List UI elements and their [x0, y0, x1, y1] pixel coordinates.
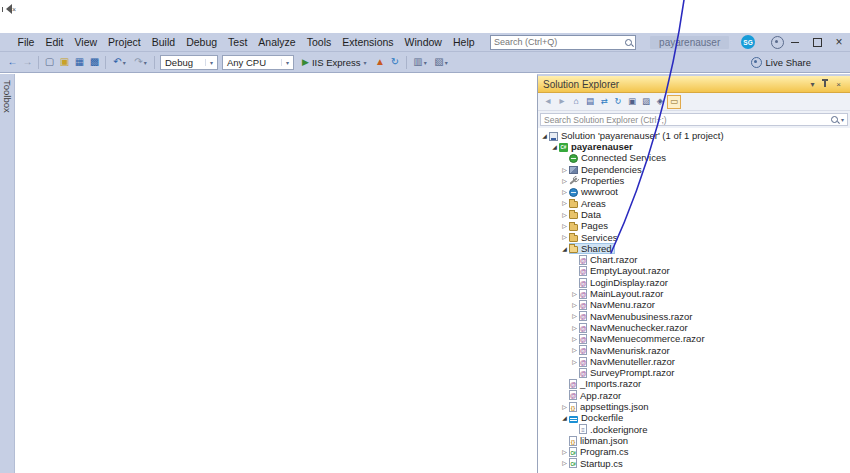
expand-arrow[interactable]	[560, 200, 569, 206]
expand-arrow[interactable]	[560, 178, 569, 184]
toolbar-icon[interactable]: ◄	[541, 95, 555, 109]
expand-arrow[interactable]	[560, 449, 569, 455]
close-icon[interactable]: ×	[832, 80, 845, 89]
toolbar-icon[interactable]: ▦	[72, 54, 87, 70]
tree-row[interactable]: NavMenuecommerce.razor	[538, 333, 850, 344]
toolbar-icon[interactable]: ↷	[130, 54, 151, 70]
minimize-button[interactable]	[784, 33, 806, 52]
expand-arrow[interactable]	[560, 223, 569, 229]
toolbar-icon[interactable]: ▢	[42, 54, 57, 70]
toolbar-icon[interactable]: ▥	[410, 54, 431, 70]
toolbar-icon[interactable]: ▤	[583, 95, 597, 109]
toolbar-icon[interactable]: ←	[5, 54, 20, 70]
menu-item[interactable]: Help	[447, 33, 480, 52]
toolbar-icon[interactable]	[38, 56, 39, 69]
live-share-button[interactable]: Live Share	[751, 57, 811, 68]
close-button[interactable]: ×	[828, 33, 850, 52]
tree-row[interactable]: EmptyLayout.razor	[538, 266, 850, 277]
menu-item[interactable]: File	[12, 33, 40, 52]
expand-arrow[interactable]	[570, 336, 579, 342]
menu-item[interactable]: Analyze	[253, 33, 301, 52]
menu-item[interactable]: Test	[223, 33, 253, 52]
toolbar-icon[interactable]: ▣	[57, 54, 72, 70]
tree-row[interactable]: Properties	[538, 175, 850, 186]
toolbar-icon[interactable]: ▩	[87, 54, 102, 70]
expand-arrow[interactable]	[570, 313, 579, 319]
menu-item[interactable]: Project	[103, 33, 147, 52]
menu-item[interactable]: Debug	[181, 33, 223, 52]
toolbar-icon[interactable]: ▨	[639, 95, 653, 109]
tree-row[interactable]: Startup.cs	[538, 458, 850, 469]
expand-arrow[interactable]	[560, 415, 569, 421]
maximize-button[interactable]	[806, 33, 828, 52]
tree-row[interactable]: MainLayout.razor	[538, 288, 850, 299]
expand-arrow[interactable]	[570, 291, 579, 297]
expand-arrow[interactable]	[560, 167, 569, 173]
window-position-icon[interactable]: ▾	[806, 80, 819, 89]
toolbar-icon[interactable]: ↻	[611, 95, 625, 109]
tree-row[interactable]: Chart.razor	[538, 254, 850, 265]
menu-item[interactable]: Edit	[40, 33, 69, 52]
toolbar-icon[interactable]: →	[20, 54, 35, 70]
menu-item[interactable]: Extensions	[337, 33, 399, 52]
tree-row[interactable]: _Imports.razor	[538, 379, 850, 390]
toolbar-icon[interactable]	[105, 56, 106, 69]
toolbar-icon[interactable]: ⌂	[569, 95, 583, 109]
expand-arrow[interactable]	[560, 460, 569, 466]
expand-arrow[interactable]	[550, 144, 559, 150]
tree-row[interactable]: LoginDisplay.razor	[538, 277, 850, 288]
toolbar-icon[interactable]: ◈	[653, 95, 667, 109]
tree-row[interactable]: NavMenurisk.razor	[538, 345, 850, 356]
solution-explorer-titlebar[interactable]: Solution Explorer ▾ ×	[538, 76, 850, 93]
tree-row[interactable]: appsettings.json	[538, 401, 850, 412]
toolbar-icon[interactable]: ▭	[667, 95, 681, 109]
tree-row[interactable]: Dependencies	[538, 164, 850, 175]
toolbar-icon[interactable]: ►	[555, 95, 569, 109]
tree-row[interactable]: Program.cs	[538, 446, 850, 457]
tree-row[interactable]: NavMenuteller.razor	[538, 356, 850, 367]
toolbar-icon[interactable]: ⇄	[597, 95, 611, 109]
menu-item[interactable]: View	[69, 33, 103, 52]
expand-arrow[interactable]	[540, 133, 549, 139]
expand-arrow[interactable]	[560, 212, 569, 218]
tree-row[interactable]: NavMenuchecker.razor	[538, 322, 850, 333]
account-avatar[interactable]: SG	[741, 35, 755, 49]
toolbar-icon[interactable]: ▲	[373, 54, 388, 70]
tree-row[interactable]: Areas	[538, 198, 850, 209]
toolbox-tab[interactable]: Toolbox	[0, 74, 15, 473]
expand-arrow[interactable]	[560, 234, 569, 240]
tree-row[interactable]: Shared	[538, 243, 850, 254]
toolbar-icon[interactable]: ↶	[109, 54, 130, 70]
menu-item[interactable]: Tools	[301, 33, 337, 52]
tree-row[interactable]: Services	[538, 232, 850, 243]
toolbar-icon[interactable]: ↻	[388, 54, 403, 70]
tree-row[interactable]: Data	[538, 209, 850, 220]
tree-row[interactable]: App.razor	[538, 390, 850, 401]
tree-row[interactable]: Pages	[538, 220, 850, 231]
tree-row[interactable]: Solution 'payarenauser' (1 of 1 project)	[538, 130, 850, 141]
expand-arrow[interactable]	[570, 325, 579, 331]
expand-arrow[interactable]	[570, 359, 579, 365]
tree-row[interactable]: SurveyPrompt.razor	[538, 367, 850, 378]
toolbar-icon[interactable]: ▧	[431, 54, 452, 70]
menu-item[interactable]: Window	[399, 33, 447, 52]
tree-row[interactable]: .dockerignore	[538, 424, 850, 435]
start-debugging-button[interactable]: ▶ IIS Express ▾	[298, 54, 371, 71]
expand-arrow[interactable]	[570, 302, 579, 308]
menu-item[interactable]: Build	[146, 33, 180, 52]
tree-row[interactable]: NavMenubusiness.razor	[538, 311, 850, 322]
pin-icon[interactable]	[824, 81, 826, 87]
solution-search-input[interactable]: Search Solution Explorer (Ctrl+;) ▾	[540, 113, 848, 126]
toolbar-icon[interactable]: ▣	[625, 95, 639, 109]
expand-arrow[interactable]	[560, 404, 569, 410]
tree-row[interactable]: libman.json	[538, 435, 850, 446]
tree-row[interactable]: Connected Services	[538, 153, 850, 164]
tree-row[interactable]: wwwroot	[538, 186, 850, 197]
solution-configuration-dropdown[interactable]: Debug ▾	[160, 55, 218, 70]
feedback-icon[interactable]	[771, 36, 784, 49]
toolbar-icon[interactable]	[154, 56, 155, 69]
toolbar-icon[interactable]	[406, 56, 407, 69]
expand-arrow[interactable]	[560, 246, 569, 252]
tree-row[interactable]: payarenauser	[538, 141, 850, 152]
solution-platform-dropdown[interactable]: Any CPU ▾	[222, 55, 294, 70]
